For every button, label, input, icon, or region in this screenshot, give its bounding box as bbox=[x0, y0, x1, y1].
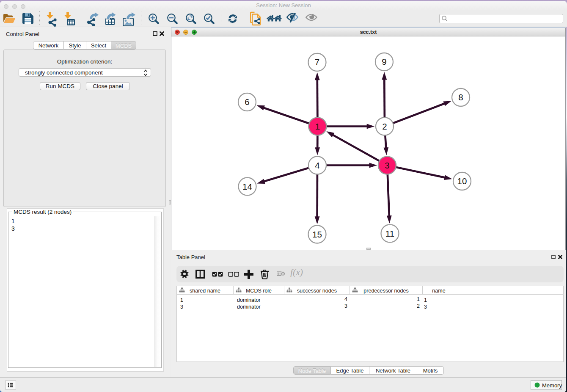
svg-text:8: 8 bbox=[458, 92, 463, 102]
svg-text:9: 9 bbox=[382, 57, 386, 66]
svg-text:14: 14 bbox=[242, 182, 252, 191]
svg-text:4: 4 bbox=[315, 160, 319, 170]
svg-text:7: 7 bbox=[315, 57, 319, 67]
svg-text:3: 3 bbox=[385, 160, 389, 170]
svg-text:15: 15 bbox=[312, 229, 322, 239]
svg-text:2: 2 bbox=[382, 121, 387, 131]
svg-text:11: 11 bbox=[385, 229, 394, 238]
svg-text:1: 1 bbox=[315, 121, 320, 131]
svg-text:6: 6 bbox=[245, 97, 249, 107]
svg-text:10: 10 bbox=[457, 176, 467, 186]
